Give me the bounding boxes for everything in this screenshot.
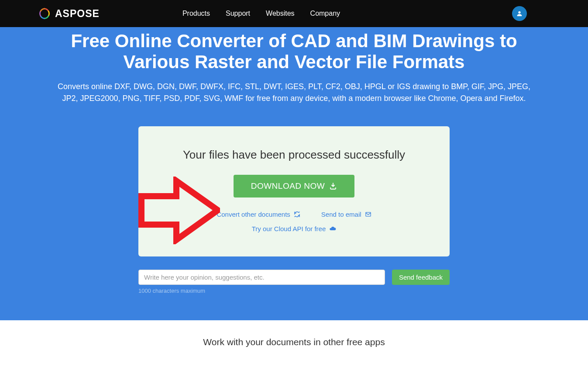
cloud-api-label: Try our Cloud API for free bbox=[252, 225, 326, 232]
svg-point-0 bbox=[518, 11, 520, 14]
other-apps-section: Work with your documents in other free a… bbox=[0, 320, 588, 388]
action-links-row: Convert other documents Send to email bbox=[151, 211, 437, 218]
convert-other-label: Convert other documents bbox=[217, 211, 290, 218]
feedback-char-limit: 1000 characters maximum bbox=[138, 288, 450, 294]
refresh-icon bbox=[294, 211, 300, 218]
aspose-logo-icon bbox=[38, 7, 51, 20]
page-subtitle: Converts online DXF, DWG, DGN, DWF, DWFX… bbox=[56, 81, 532, 104]
feedback-input[interactable] bbox=[138, 270, 385, 285]
result-card: Your files have been processed successfu… bbox=[138, 126, 450, 256]
action-links-row-2: Try our Cloud API for free bbox=[151, 225, 437, 232]
brand-logo[interactable]: ASPOSE bbox=[38, 7, 100, 20]
main-nav: Products Support Websites Company bbox=[182, 10, 340, 17]
feedback-row: Send feedback bbox=[138, 270, 450, 285]
nav-support[interactable]: Support bbox=[226, 10, 250, 17]
nav-company[interactable]: Company bbox=[310, 10, 340, 17]
other-apps-title: Work with your documents in other free a… bbox=[0, 337, 588, 347]
download-label: DOWNLOAD NOW bbox=[251, 181, 325, 191]
user-button[interactable] bbox=[512, 6, 527, 21]
convert-other-link[interactable]: Convert other documents bbox=[217, 211, 300, 218]
nav-products[interactable]: Products bbox=[182, 10, 210, 17]
download-icon bbox=[329, 182, 337, 190]
header: ASPOSE Products Support Websites Company bbox=[0, 0, 588, 27]
status-message: Your files have been processed successfu… bbox=[151, 148, 437, 162]
send-email-link[interactable]: Send to email bbox=[321, 211, 371, 218]
brand-name: ASPOSE bbox=[55, 8, 100, 20]
envelope-icon bbox=[365, 211, 371, 218]
cloud-api-link[interactable]: Try our Cloud API for free bbox=[252, 225, 337, 232]
nav-websites[interactable]: Websites bbox=[266, 10, 295, 17]
send-feedback-button[interactable]: Send feedback bbox=[392, 270, 450, 285]
page-title: Free Online Converter of CAD and BIM Dra… bbox=[54, 31, 534, 73]
send-email-label: Send to email bbox=[321, 211, 361, 218]
user-icon bbox=[516, 10, 523, 17]
hero-section: Free Online Converter of CAD and BIM Dra… bbox=[0, 27, 588, 320]
cloud-icon bbox=[329, 225, 336, 232]
download-button[interactable]: DOWNLOAD NOW bbox=[234, 175, 355, 197]
